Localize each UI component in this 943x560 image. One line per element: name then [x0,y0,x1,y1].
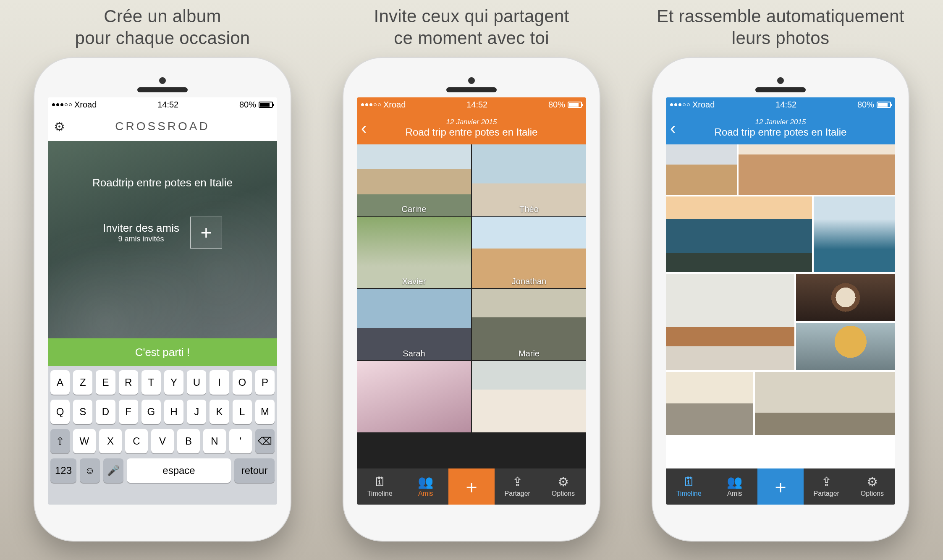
tab-amis[interactable]: 👥Amis [712,468,757,505]
plus-icon: ＋ [771,477,790,496]
promo-text-2: Invite ceux qui partagent ce moment avec… [374,4,569,50]
photo-tile[interactable] [814,196,895,272]
friend-tile[interactable] [357,361,471,432]
battery-label: 80% [548,100,565,110]
tab-amis[interactable]: 👥Amis [403,468,448,505]
tab-timeline[interactable]: 🗓Timeline [666,468,712,505]
key[interactable]: L [233,400,252,424]
key[interactable]: D [96,400,115,424]
key[interactable]: N [203,429,226,453]
start-button[interactable]: C'est parti ! [48,338,277,366]
nav-bar: ‹ 12 Janvier 2015 Road trip entre potes … [357,112,586,144]
add-person-icon: ＋ [462,477,481,496]
friends-icon: 👥 [418,476,433,488]
friend-tile[interactable]: Marie [472,289,586,360]
key[interactable]: Z [73,370,92,395]
key[interactable]: Q [50,400,70,424]
tab-partager[interactable]: ⇪Partager [804,468,849,505]
settings-icon[interactable]: ⚙ [54,119,65,134]
key[interactable]: O [233,370,252,395]
key[interactable]: A [50,370,70,395]
key[interactable]: I [210,370,229,395]
app-header: ⚙ CROSSROAD [48,112,277,141]
photo-tile[interactable] [666,372,753,435]
space-key[interactable]: espace [127,458,231,483]
mic-key[interactable]: 🎤 [103,458,123,483]
tab-add[interactable]: ＋ [448,468,494,505]
key[interactable]: H [164,400,183,424]
promo-text-1: Crée un album pour chaque occasion [75,4,250,50]
screen-photo-timeline: Xroad 14:52 80% ‹ 12 Janvier 2015 Road t… [666,97,895,505]
battery-label: 80% [239,100,256,110]
timeline-icon: 🗓 [683,476,695,488]
status-bar: Xroad 14:52 80% [666,97,895,112]
key[interactable]: J [187,400,206,424]
phone-frame: Xroad 14:52 80% ⚙ CROSSROAD Roadtrip ent… [34,58,291,541]
photo-tile[interactable] [666,196,812,272]
key[interactable]: R [119,370,138,395]
tab-timeline[interactable]: 🗓Timeline [357,468,403,505]
tab-partager[interactable]: ⇪Partager [495,468,540,505]
key[interactable]: V [151,429,174,453]
photo-tile[interactable] [739,144,895,195]
friend-tile[interactable]: Théo [472,144,586,216]
photo-tile[interactable] [666,144,737,195]
invite-add-button[interactable]: + [190,217,222,249]
key[interactable]: X [99,429,122,453]
promo-panel-2: Invite ceux qui partagent ce moment avec… [329,4,614,560]
tab-add[interactable]: ＋ [757,468,803,505]
return-key[interactable]: retour [234,458,275,483]
friend-tile[interactable] [472,361,586,432]
friend-tile[interactable]: Jonathan [472,217,586,288]
carrier-label: Xroad [692,100,715,110]
promo-panel-3: Et rassemble automatiquement leurs photo… [638,4,923,560]
key[interactable]: C [125,429,148,453]
carrier-label: Xroad [383,100,406,110]
invite-title: Inviter des amis [103,222,179,235]
tab-options[interactable]: ⚙Options [849,468,895,505]
emoji-key[interactable]: ☺ [80,458,100,483]
key[interactable]: B [177,429,200,453]
key[interactable]: W [73,429,96,453]
keyboard[interactable]: A Z E R T Y U I O P Q S D [48,366,277,505]
key[interactable]: E [96,370,115,395]
friend-tile[interactable]: Sarah [357,289,471,360]
friend-tile[interactable]: Carine [357,144,471,216]
photo-tile[interactable] [755,372,895,435]
key[interactable]: T [141,370,161,395]
key[interactable]: U [187,370,206,395]
photo-grid[interactable] [666,144,895,468]
share-icon: ⇪ [512,476,523,488]
key[interactable]: F [119,400,138,424]
timeline-icon: 🗓 [374,476,386,488]
status-time: 14:52 [775,100,796,110]
tab-options[interactable]: ⚙Options [540,468,586,505]
promo-panel-1: Crée un album pour chaque occasion Xroad… [20,4,305,560]
photo-tile[interactable] [796,274,895,370]
key[interactable]: P [255,370,275,395]
invite-subtitle: 9 amis invités [103,235,179,243]
backspace-key[interactable]: ⌫ [255,429,275,453]
friends-icon: 👥 [727,476,742,488]
album-name-input[interactable]: Roadtrip entre potes en Italie [68,174,257,192]
key[interactable]: G [141,400,161,424]
back-icon[interactable]: ‹ [361,119,367,138]
screen-create-album: Xroad 14:52 80% ⚙ CROSSROAD Roadtrip ent… [48,97,277,505]
key[interactable]: ' [229,429,252,453]
friends-grid[interactable]: Carine Théo Xavier Jonathan Sarah Marie [357,144,586,468]
tab-bar: 🗓Timeline 👥Amis ＋ ⇪Partager ⚙Options [357,468,586,505]
carrier-label: Xroad [74,100,97,110]
back-icon[interactable]: ‹ [670,119,676,138]
status-bar: Xroad 14:52 80% [357,97,586,112]
key[interactable]: K [210,400,229,424]
photo-tile[interactable] [666,274,794,370]
numbers-key[interactable]: 123 [50,458,76,483]
status-time: 14:52 [157,100,178,110]
friend-tile[interactable]: Xavier [357,217,471,288]
key[interactable]: S [73,400,92,424]
key[interactable]: M [255,400,275,424]
gear-icon: ⚙ [558,476,569,488]
phone-frame: Xroad 14:52 80% ‹ 12 Janvier 2015 Road t… [343,58,600,541]
key[interactable]: Y [164,370,183,395]
shift-key[interactable]: ⇧ [50,429,70,453]
